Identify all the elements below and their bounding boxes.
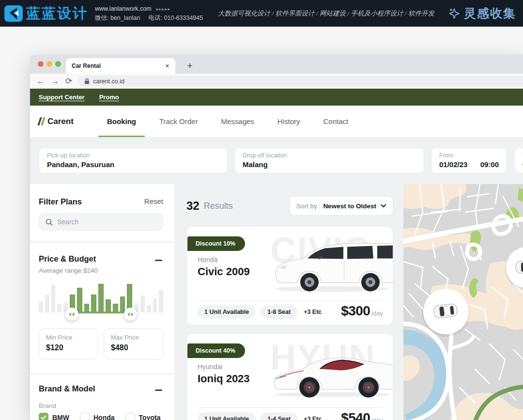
filter-search-input[interactable] — [57, 218, 144, 226]
range-track — [72, 311, 131, 313]
price-budget-title: Price & Budget — [39, 254, 96, 264]
results-number: 32 — [186, 199, 200, 213]
booking-search-row: Pick-up location Pandaan, Pasuruan Drop-… — [30, 137, 523, 184]
car-brand: Honda — [198, 256, 217, 264]
agency-header: 蓝蓝设计 www.lanlanwork.com ▸▸▸▸▸ 微信: ben_la… — [0, 0, 523, 27]
url-bar[interactable]: carent.co.id — [78, 76, 523, 87]
extra-features-label: +3 Etc — [304, 416, 322, 420]
screenshot-stage: 蓝蓝设计 www.lanlanwork.com ▸▸▸▸▸ 微信: ben_la… — [0, 0, 523, 420]
pickup-label: Pick-up location — [47, 152, 219, 159]
brand-options-row: BMW Honda Toyota — [39, 413, 160, 420]
filter-sidebar: Filter Plans Reset Price & Budget Averag… — [30, 184, 174, 420]
maximize-window-button[interactable] — [55, 61, 61, 67]
histogram-bar — [140, 296, 145, 312]
reset-filters-button[interactable]: Reset — [144, 197, 163, 205]
forward-icon[interactable]: → — [51, 77, 59, 85]
pickup-value: Pandaan, Pasuruan — [47, 160, 219, 169]
range-handle-min[interactable] — [65, 308, 78, 321]
histogram-bar — [120, 296, 125, 312]
collapse-price-icon[interactable] — [155, 260, 162, 261]
car-model: Ioniq 2023 — [198, 373, 250, 385]
map-panel[interactable] — [403, 184, 523, 420]
carent-logo[interactable]: Carent — [39, 106, 74, 137]
checkbox-bmw[interactable] — [39, 413, 48, 420]
promo-link[interactable]: Promo — [99, 93, 119, 101]
price-unit: /day — [371, 417, 383, 420]
card-price: $540 /day — [341, 410, 383, 420]
agency-logo[interactable]: 蓝蓝设计 — [4, 4, 88, 23]
main-nav: Carent Booking Track Order Messages Hist… — [30, 106, 523, 137]
lock-icon — [84, 78, 90, 84]
browser-tabstrip: Car Rental ✕ + — [30, 54, 523, 74]
price-unit: /day — [371, 310, 383, 317]
seats-pill: 1-8 Seat — [261, 305, 297, 319]
nav-item-contact[interactable]: Contact — [322, 106, 351, 137]
price-histogram — [39, 283, 163, 312]
browser-toolbar: ← → ⟳ carent.co.id — [30, 74, 523, 89]
seats-pill: 1-4 Seat — [261, 412, 297, 420]
from-label: From — [439, 152, 499, 159]
max-price-field[interactable]: Max Price $480 — [104, 328, 163, 359]
sort-by-label: Sort by : — [296, 202, 321, 210]
max-price-label: Max Price — [111, 334, 156, 341]
discount-badge: Discount 10% — [187, 236, 245, 251]
sparkle-star-icon — [448, 7, 461, 20]
dropoff-location-field[interactable]: Drop-off location Malang — [234, 148, 424, 173]
card-divider — [198, 300, 382, 301]
to-datetime-field-partial[interactable]: T 0 — [514, 148, 523, 173]
promo-bar: Support Center Promo — [30, 89, 523, 106]
support-center-link[interactable]: Support Center — [39, 93, 85, 101]
agency-url[interactable]: www.lanlanwork.com — [95, 5, 152, 12]
chevron-down-icon — [381, 204, 386, 208]
histogram-bar — [91, 295, 96, 312]
card-feature-pills: 1 Unit Available 1-8 Seat +3 Etc — [198, 305, 322, 319]
brand-option-honda[interactable]: Honda — [80, 413, 115, 420]
range-handle-max[interactable] — [124, 308, 137, 321]
price-value: $540 — [341, 410, 370, 420]
extra-features-label: +3 Etc — [304, 309, 322, 315]
filter-search-box[interactable] — [39, 213, 163, 231]
car-card-civic[interactable]: CIVIC Discount 10% Honda Civic 2009 — [186, 226, 393, 326]
histogram-bar — [57, 304, 62, 312]
sort-dropdown[interactable]: Sort by : Newest to Oldest — [290, 196, 393, 216]
brand-label-honda: Honda — [93, 414, 115, 420]
back-icon[interactable]: ← — [36, 77, 45, 85]
histogram-bar — [51, 285, 56, 312]
agency-contact: www.lanlanwork.com ▸▸▸▸▸ 微信: ben_lanlan … — [95, 4, 203, 22]
arrows-decoration: ▸▸▸▸▸ — [156, 6, 170, 12]
car-card-ioniq[interactable]: HYUN Discount 40% Hyundai Ioniq 2023 — [186, 333, 393, 420]
brand-option-toyota[interactable]: Toyota — [125, 413, 161, 420]
brand-option-bmw[interactable]: BMW — [39, 413, 69, 420]
filter-plans-title: Filter Plans — [39, 197, 82, 206]
results-label: Results — [204, 201, 233, 211]
collapse-brand-icon[interactable] — [155, 389, 162, 391]
carent-logo-label: Carent — [47, 117, 74, 126]
nav-item-track-order[interactable]: Track Order — [157, 106, 200, 137]
page-viewport: Support Center Promo Carent Booking Trac… — [30, 89, 523, 420]
tab-close-icon[interactable]: ✕ — [165, 63, 169, 69]
results-count: 32 Results — [186, 196, 233, 216]
histogram-bar — [45, 295, 49, 312]
from-time: 09:00 — [480, 160, 499, 169]
checkbox-toyota[interactable] — [125, 413, 135, 420]
new-tab-button[interactable]: + — [183, 58, 197, 74]
brand-model-title: Brand & Model — [39, 384, 95, 393]
checkbox-honda[interactable] — [80, 413, 90, 420]
nav-item-messages[interactable]: Messages — [219, 106, 256, 137]
brand-label-bmw: BMW — [52, 414, 69, 420]
reload-icon[interactable]: ⟳ — [65, 77, 72, 85]
price-value: $300 — [341, 303, 370, 319]
nav-item-history[interactable]: History — [276, 106, 302, 137]
browser-tab[interactable]: Car Rental ✕ — [66, 58, 175, 74]
nav-item-booking[interactable]: Booking — [105, 106, 138, 137]
brand-label-toyota: Toyota — [139, 414, 161, 420]
inspiration-collect[interactable]: 灵感收集 — [448, 5, 516, 21]
close-window-button[interactable] — [38, 61, 44, 67]
from-datetime-field[interactable]: From 01/02/23 09:00 — [431, 148, 507, 173]
agency-wechat: 微信: ben_lanlan — [95, 15, 140, 21]
sidebar-divider — [30, 241, 174, 242]
minimize-window-button[interactable] — [46, 61, 52, 67]
pickup-location-field[interactable]: Pick-up location Pandaan, Pasuruan — [39, 148, 228, 173]
min-price-field[interactable]: Min Price $120 — [39, 328, 98, 359]
sort-value: Newest to Oldest — [323, 202, 376, 210]
